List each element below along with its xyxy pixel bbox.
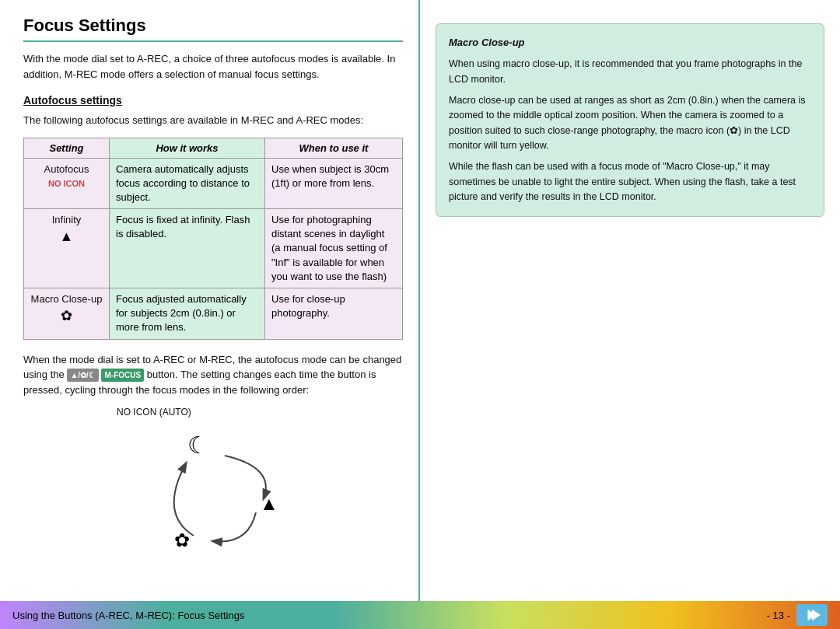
setting-macro: Macro Close-up ✿ [24,288,110,340]
intro-text: With the mode dial set to A-REC, a choic… [23,51,403,82]
m-focus-button: M-FOCUS [101,369,144,382]
macro-box-para-3: While the flash can be used with a focus… [449,159,811,204]
next-page-button[interactable] [796,604,828,626]
svg-text:▲: ▲ [260,493,278,514]
footer-text: Using the Buttons (A-REC, M-REC): Focus … [12,610,244,621]
no-icon-auto-label: NO ICON (AUTO) [117,407,191,418]
when-macro: Use for close-up photography. [265,288,403,340]
flower-icon: ✿ [30,306,103,326]
autofocus-heading: Autofocus settings [23,94,403,107]
setting-name-macro: Macro Close-up [31,293,103,305]
page-number: - 13 - [767,610,790,621]
how-macro: Focus adjusted automatically for subject… [110,288,265,340]
macro-box-para-1: When using macro close-up, it is recomme… [449,57,811,87]
how-autofocus: Camera automatically adjusts focus accor… [110,158,265,209]
col-header-when: When to use it [265,138,403,158]
cycle-svg: ☾ ▲ ✿ [128,421,299,553]
svg-text:☾: ☾ [187,432,208,458]
macro-inline-flower: ✿ [730,125,738,136]
table-row: Infinity ▲ Focus is fixed at infinity. F… [24,209,403,288]
main-content: Focus Settings With the mode dial set to… [0,0,840,601]
setting-autofocus: Autofocus NO ICON [24,158,110,209]
no-icon-label: NO ICON [48,179,85,188]
mountain-icon: ▲ [30,227,103,246]
when-autofocus: Use when subject is 30cm (1ft) or more f… [265,158,403,209]
bottom-left-text: When the mode dial is set to A-REC or M-… [23,352,403,398]
how-infinity: Focus is fixed at infinity. Flash is dis… [110,209,265,288]
macro-box-title: Macro Close-up [449,35,811,51]
cycle-diagram: NO ICON (AUTO) [23,407,403,553]
svg-marker-5 [812,610,821,621]
footer-page: - 13 - [767,604,828,626]
table-row: Macro Close-up ✿ Focus adjusted automati… [24,288,403,340]
col-header-setting: Setting [24,138,110,158]
when-infinity: Use for photographing distant scenes in … [265,209,403,288]
page-container: Focus Settings With the mode dial set to… [0,0,840,629]
setting-name-autofocus: Autofocus [44,163,89,175]
right-column: Macro Close-up When using macro close-up… [420,0,840,601]
macro-close-up-box: Macro Close-up When using macro close-up… [436,23,824,217]
focus-settings-table: Setting How it works When to use it Auto… [23,138,403,340]
mode-button-icons: ▲/✿/☾ [67,369,98,382]
col-header-how: How it works [110,138,265,158]
setting-name-infinity: Infinity [52,214,82,225]
macro-box-para-2: Macro close-up can be used at ranges as … [449,93,811,154]
setting-infinity: Infinity ▲ [24,209,110,288]
table-row: Autofocus NO ICON Camera automatically a… [24,158,403,209]
footer-bar: Using the Buttons (A-REC, M-REC): Focus … [0,601,840,629]
arrow-right-icon [803,606,821,624]
svg-text:✿: ✿ [174,529,190,550]
page-title: Focus Settings [23,16,403,42]
left-column: Focus Settings With the mode dial set to… [0,0,420,601]
autofocus-intro: The following autofocus settings are ava… [23,113,403,128]
cycle-label-top: NO ICON (AUTO) [117,407,191,418]
